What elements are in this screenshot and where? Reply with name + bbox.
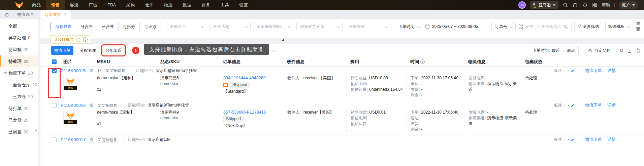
sidebar-item-pending-process[interactable]: 待处理 20 — [0, 55, 38, 67]
marketplace-switcher[interactable]: a 亚马逊 — [530, 1, 558, 9]
product-thumbnail[interactable]: 赛狐 — [63, 110, 77, 124]
select-all-checkbox[interactable] — [52, 59, 57, 64]
account-menu[interactable]: 账户 — [619, 1, 638, 9]
breadcrumb-module[interactable]: 物流管理 — [17, 12, 33, 17]
tab-order-ship[interactable]: 订单发货 × — [40, 10, 71, 19]
custom-info-tag[interactable]: 定制信息 — [96, 137, 119, 142]
reset-button[interactable]: 重置 — [636, 21, 644, 32]
order-number-link[interactable]: 657-5336964-1278415 — [223, 110, 283, 115]
sidebar-item-logistics-order[interactable]: 物流下单 20 — [0, 67, 38, 79]
edit-note-icon[interactable] — [571, 69, 575, 73]
menu-item-finance[interactable]: 财务 — [196, 0, 215, 10]
caret-down-icon — [553, 4, 555, 6]
button-label: 自定义列 — [594, 48, 610, 53]
sidebar-collapse-icon[interactable] — [35, 129, 37, 132]
sidebar-item-exception[interactable]: 异常处理 0 — [0, 32, 38, 44]
segment-all-packages[interactable]: 所有包裹 — [51, 22, 76, 31]
row-checkbox[interactable] — [52, 137, 57, 142]
menu-item-ads[interactable]: 广告 — [84, 0, 102, 10]
home-icon[interactable] — [4, 12, 9, 17]
package-id-link[interactable]: P116K00016 — [61, 103, 86, 108]
segment-mergeable[interactable]: 可合并 — [76, 22, 97, 31]
menu-item-goods[interactable]: 商品 — [27, 0, 46, 10]
platform-select[interactable]: 全部平台 — [166, 22, 207, 31]
menu-item-fba[interactable]: FBA — [102, 0, 121, 10]
ship-order-button[interactable]: 物流下单 — [51, 46, 73, 55]
menu-item-warehouse[interactable]: 仓库 — [140, 0, 159, 10]
help-link[interactable]: 帮助 — [602, 2, 610, 8]
assign-channel-button[interactable]: 分配渠道 — [102, 46, 125, 55]
row-ship-link[interactable]: 物流下单 — [585, 68, 602, 74]
menu-item-data[interactable]: 数据 — [178, 0, 196, 10]
edit-note-icon[interactable] — [571, 137, 575, 142]
search-input[interactable] — [525, 24, 561, 29]
checkbox-spacer — [48, 110, 61, 132]
menu-item-service[interactable]: 客服 — [65, 0, 84, 10]
package-header-row: P116K00015 重 补 定制信息 | 店铺/平台 演示店铺5/Temu半托… — [40, 67, 644, 75]
row-checkbox[interactable] — [52, 103, 57, 108]
row-checkbox[interactable] — [52, 68, 57, 73]
row-detail-link[interactable]: 详情 — [607, 68, 616, 74]
row-ship-link[interactable]: 物流下单 — [585, 102, 602, 108]
sort-control[interactable]: 下单时间: 最近 → 最远 — [529, 46, 579, 55]
logistics-order-ship-page: 商品 销售 客服 广告 FBA 采购 仓库 物流 数据 财务 工具 设置 AI … — [0, 0, 644, 166]
help-icon[interactable]: ? — [420, 59, 425, 64]
app-grid-icon[interactable] — [592, 2, 598, 8]
order-number-link[interactable]: 834-1191444-4848289 — [223, 75, 283, 81]
sidebar-item-own-warehouse[interactable]: 自营仓库 20 — [0, 79, 38, 91]
ioss-filter-tag[interactable]: 无Ioss税号 (-) ? — [51, 35, 91, 44]
product-thumbnail[interactable]: 赛狐 — [63, 76, 77, 90]
menu-item-purchase[interactable]: 采购 — [121, 0, 140, 10]
close-icon[interactable]: × — [64, 12, 66, 17]
segment-merged[interactable]: 已合并 — [97, 22, 119, 31]
time-field-select[interactable]: 下单时间 — [395, 22, 420, 31]
download-icon[interactable]: ↓ — [628, 48, 631, 52]
search-icon[interactable] — [563, 2, 568, 8]
date-range-picker[interactable]: 2025-05-07 ~ 2025-06-05 — [422, 22, 486, 31]
search-icon[interactable] — [564, 25, 568, 29]
segment-restorable[interactable]: 可还原 — [139, 22, 161, 31]
row-detail-link[interactable]: 详情 — [607, 102, 616, 108]
package-id-link[interactable]: P116K00017 — [61, 137, 86, 142]
package-status: 待处理 — [525, 110, 537, 115]
note-value: - — [568, 137, 569, 142]
sidebar-item-pending-print[interactable]: 待打单 20 — [0, 102, 38, 114]
custom-info-tag[interactable]: 定制信息 — [104, 68, 127, 73]
customize-columns-button[interactable]: 自定义列 — [588, 48, 610, 53]
sidebar-item-pending-review[interactable]: 待审核 20 — [0, 44, 38, 55]
store-select[interactable]: 全部店铺 — [210, 22, 251, 31]
top-navbar: 商品 销售 客服 广告 FBA 采购 仓库 物流 数据 财务 工具 设置 AI … — [0, 0, 644, 10]
assign-warehouse-button[interactable]: 分配仓库 — [77, 46, 99, 55]
menu-item-settings[interactable]: 设置 — [234, 0, 253, 10]
row-ship-link[interactable]: 物流下单 — [585, 137, 602, 142]
custom-info-tag[interactable]: 定制信息 — [96, 103, 119, 108]
help-icon[interactable]: ? — [83, 37, 88, 42]
collapse-filter-arrow-icon[interactable]: ▲ — [282, 38, 285, 41]
chevron-down-icon[interactable] — [272, 49, 276, 52]
headset-icon[interactable] — [573, 2, 578, 8]
edit-note-icon[interactable] — [571, 103, 575, 108]
country-select[interactable]: 全部国家/地区 — [253, 22, 294, 31]
sidebar-item-all[interactable]: 全部 — [0, 20, 38, 32]
more-filters-button[interactable]: 更多筛选 — [574, 22, 602, 31]
refresh-icon[interactable]: ↻ — [619, 48, 623, 53]
row-detail-link[interactable]: 详情 — [607, 137, 616, 142]
batch-grid-icon[interactable] — [519, 25, 523, 29]
help-icon[interactable]: ? — [636, 48, 640, 53]
sidebar-item-on-hold[interactable]: 已搁置 20 — [0, 126, 38, 138]
bell-icon[interactable] — [582, 2, 588, 8]
package-type-segments: 所有包裹 可合并 已合并 可拆分 可还原 — [51, 22, 161, 31]
warehouse-select[interactable]: 选择发货仓库 — [296, 22, 343, 31]
menu-item-sales[interactable]: 销售 — [46, 0, 65, 10]
ai-assistant-button[interactable]: AI — [518, 1, 526, 9]
channel-select[interactable]: 全部渠道 — [345, 22, 391, 31]
filter-template-button[interactable]: 筛选模板 — [605, 22, 632, 31]
search-field-select[interactable]: 订单号 — [491, 22, 513, 31]
sidebar-item-shipped[interactable]: 已发货 20 — [0, 114, 38, 126]
package-id-link[interactable]: P116K00015 — [61, 68, 86, 73]
menu-item-tools[interactable]: 工具 — [215, 0, 234, 10]
menu-item-logistics[interactable]: 物流 — [159, 0, 178, 10]
breadcrumb-divider: | — [13, 12, 14, 17]
segment-splittable[interactable]: 可拆分 — [118, 22, 140, 31]
sidebar-item-third-party-warehouse[interactable]: 三方仓 20 — [0, 91, 38, 102]
